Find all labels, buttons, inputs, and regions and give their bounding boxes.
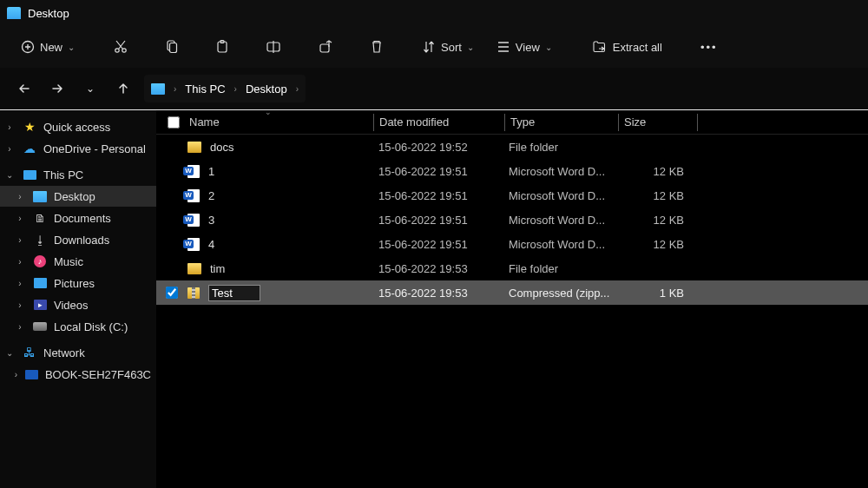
arrow-right-icon xyxy=(50,82,64,96)
file-size: 12 KB xyxy=(616,189,694,202)
word-doc-icon xyxy=(187,165,200,178)
cloud-icon: ☁ xyxy=(23,142,36,155)
share-icon xyxy=(318,39,333,55)
paste-button[interactable] xyxy=(208,34,236,60)
file-row[interactable]: tim15-06-2022 19:53File folder xyxy=(156,256,868,280)
toolbar: New ⌄ Sort ⌄ View ⌄ Extract all ••• xyxy=(0,26,868,68)
file-row[interactable]: docs15-06-2022 19:52File folder xyxy=(156,135,868,159)
sidebar-item-computer[interactable]: › BOOK-SEH27F463C xyxy=(0,364,156,385)
share-button[interactable] xyxy=(311,34,340,60)
file-row[interactable]: 115-06-2022 19:51Microsoft Word D...12 K… xyxy=(156,159,868,183)
column-header-name[interactable]: Name xyxy=(156,115,373,129)
row-checkbox[interactable] xyxy=(166,287,178,299)
file-type: File folder xyxy=(503,262,616,275)
paste-icon xyxy=(215,39,229,55)
svg-rect-8 xyxy=(320,44,329,52)
chevron-right-icon: › xyxy=(234,84,237,94)
file-type: Microsoft Word D... xyxy=(503,214,616,227)
file-list: ⌄ Name Date modified Type Size docs15-06… xyxy=(156,110,868,488)
rename-input[interactable] xyxy=(208,285,260,301)
recent-button[interactable]: ⌄ xyxy=(78,76,102,101)
sidebar-item-quick-access[interactable]: › ★ Quick access xyxy=(0,116,156,137)
chevron-right-icon: › xyxy=(14,279,26,288)
arrow-up-icon xyxy=(116,82,130,96)
column-header-type[interactable]: Type xyxy=(505,115,618,129)
chevron-right-icon: › xyxy=(14,322,26,332)
file-date: 15-06-2022 19:52 xyxy=(373,141,503,154)
folder-icon xyxy=(151,83,165,95)
document-icon: 🗎 xyxy=(33,211,47,225)
address-bar[interactable]: › This PC › Desktop › xyxy=(144,75,306,102)
file-row[interactable]: 15-06-2022 19:53Compressed (zipp...1 KB xyxy=(156,280,868,305)
chevron-down-icon: ⌄ xyxy=(3,170,16,180)
rename-icon xyxy=(266,40,281,54)
file-size: 12 KB xyxy=(616,238,694,251)
videos-icon: ▸ xyxy=(34,300,47,310)
select-all-checkbox[interactable] xyxy=(168,116,180,129)
sidebar-item-desktop[interactable]: › Desktop xyxy=(0,186,156,207)
plus-circle-icon xyxy=(21,40,35,54)
sidebar-item-videos[interactable]: › ▸ Videos xyxy=(0,294,156,315)
delete-button[interactable] xyxy=(363,34,391,60)
breadcrumb-root[interactable]: This PC xyxy=(185,82,225,96)
view-button[interactable]: View ⌄ xyxy=(488,36,561,59)
sidebar-item-label: OneDrive - Personal xyxy=(43,142,146,155)
breadcrumb-folder[interactable]: Desktop xyxy=(246,82,287,96)
music-icon: ♪ xyxy=(34,255,46,267)
column-header-label: Type xyxy=(510,115,535,129)
download-icon: ⭳ xyxy=(33,233,47,247)
sidebar-item-network[interactable]: ⌄ 🖧 Network xyxy=(0,342,156,363)
navigation-row: ⌄ › This PC › Desktop › xyxy=(0,68,868,109)
column-header-label: Name xyxy=(189,115,220,129)
file-type: Microsoft Word D... xyxy=(503,238,616,251)
pc-icon xyxy=(23,170,36,180)
file-name: 4 xyxy=(208,238,214,251)
sidebar-item-this-pc[interactable]: ⌄ This PC xyxy=(0,164,156,185)
back-button[interactable] xyxy=(12,76,36,101)
trash-icon xyxy=(370,39,384,55)
extract-all-button[interactable]: Extract all xyxy=(583,35,671,59)
up-button[interactable] xyxy=(111,76,135,101)
sort-button[interactable]: Sort ⌄ xyxy=(413,35,483,59)
sidebar-item-label: Pictures xyxy=(54,277,95,290)
drive-icon xyxy=(33,322,47,331)
chevron-right-icon: › xyxy=(14,257,26,267)
forward-button[interactable] xyxy=(45,76,69,101)
column-separator[interactable] xyxy=(697,114,698,131)
chevron-down-icon: ⌄ xyxy=(545,43,552,52)
file-row[interactable]: 215-06-2022 19:51Microsoft Word D...12 K… xyxy=(156,183,868,208)
file-row[interactable]: 315-06-2022 19:51Microsoft Word D...12 K… xyxy=(156,208,868,232)
sidebar-item-pictures[interactable]: › Pictures xyxy=(0,273,156,293)
sidebar-item-onedrive[interactable]: › ☁ OneDrive - Personal xyxy=(0,138,156,159)
pictures-icon xyxy=(34,278,47,288)
sidebar-item-music[interactable]: › ♪ Music xyxy=(0,251,156,272)
sort-icon xyxy=(422,40,436,54)
more-button[interactable]: ••• xyxy=(694,36,725,59)
new-label: New xyxy=(40,41,62,54)
new-button[interactable]: New ⌄ xyxy=(12,35,83,59)
column-header-size[interactable]: Size xyxy=(619,115,697,129)
sidebar-item-downloads[interactable]: › ⭳ Downloads xyxy=(0,229,156,250)
chevron-down-icon: ⌄ xyxy=(467,43,474,52)
file-type: File folder xyxy=(503,141,616,154)
sort-caret-icon: ⌄ xyxy=(265,108,272,116)
file-date: 15-06-2022 19:51 xyxy=(373,189,503,202)
sidebar-item-label: Music xyxy=(54,255,83,268)
navigation-sidebar: › ★ Quick access › ☁ OneDrive - Personal… xyxy=(0,110,156,488)
column-header-date[interactable]: Date modified xyxy=(374,115,504,129)
copy-button[interactable] xyxy=(158,34,186,60)
file-name: 2 xyxy=(208,189,214,202)
chevron-right-icon: › xyxy=(3,144,16,154)
cut-button[interactable] xyxy=(106,34,135,60)
file-row[interactable]: 415-06-2022 19:51Microsoft Word D...12 K… xyxy=(156,232,868,256)
arrow-left-icon xyxy=(17,82,31,96)
sidebar-item-documents[interactable]: › 🗎 Documents xyxy=(0,208,156,228)
column-header-label: Date modified xyxy=(379,115,449,129)
chevron-right-icon: › xyxy=(3,122,16,132)
rename-button[interactable] xyxy=(259,35,288,59)
sidebar-item-label: BOOK-SEH27F463C xyxy=(45,368,151,381)
sidebar-item-local-disk[interactable]: › Local Disk (C:) xyxy=(0,316,156,337)
file-size: 12 KB xyxy=(616,165,694,178)
network-icon: 🖧 xyxy=(23,346,36,359)
chevron-right-icon: › xyxy=(14,370,18,379)
